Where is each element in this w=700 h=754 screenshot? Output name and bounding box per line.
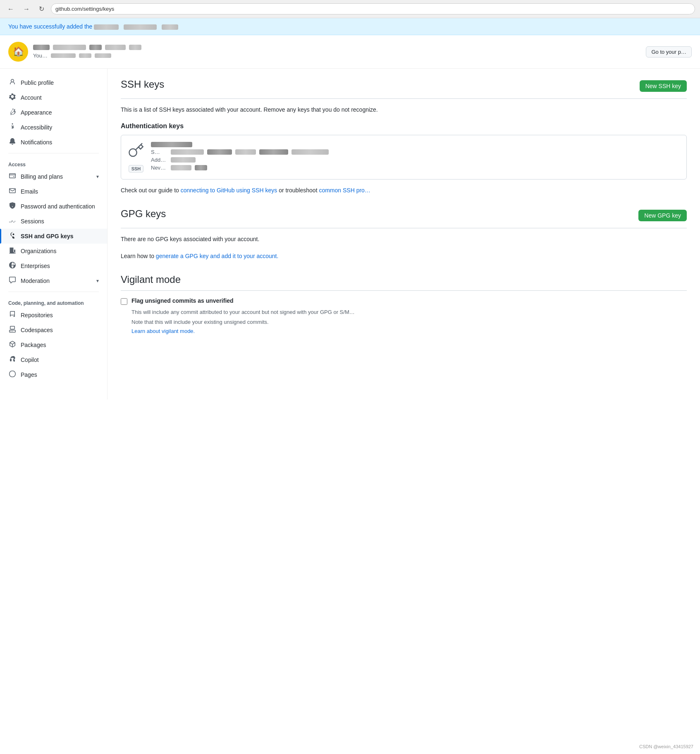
blurred-username-part4 [105,45,126,50]
blurred-sub2 [79,53,91,58]
sidebar-item-sessions[interactable]: Sessions [0,214,107,229]
sidebar-label-notifications: Notifications [21,139,99,146]
sidebar-label-enterprises: Enterprises [21,263,99,269]
sidebar-label-sessions: Sessions [21,218,99,225]
sidebar-item-codespaces[interactable]: Codespaces [0,323,107,338]
vigilant-learn-link[interactable]: Learn about vigilant mode. [131,328,195,334]
blurred-fp-part5 [291,149,329,155]
sidebar-item-organizations[interactable]: Organizations [0,244,107,259]
url-bar[interactable] [51,3,695,14]
key-added-row: Add… [151,157,680,163]
new-ssh-key-button[interactable]: New SSH key [640,80,687,92]
blurred-username-part5 [129,45,141,50]
refresh-button[interactable]: ↻ [36,4,47,14]
sidebar-label-repositories: Repositories [21,312,99,318]
sidebar-item-repositories[interactable]: Repositories [0,308,107,323]
blurred-username-part3 [89,45,102,50]
codespaces-icon [8,326,17,334]
main-content: SSH keys New SSH key This is a list of S… [108,69,700,400]
ssh-section-description: This is a list of SSH keys associated wi… [121,105,687,114]
sidebar-item-pages[interactable]: Pages [0,367,107,382]
blurred-sub1 [51,53,76,58]
new-gpg-key-button[interactable]: New GPG key [638,210,687,221]
gpg-keys-section: GPG keys New GPG key There are no GPG ke… [121,208,687,261]
user-sub-label: You… [33,53,48,59]
vigilant-checkbox-row: Flag unsigned commits as unverified [121,297,687,305]
blurred-key-extra [162,24,178,30]
generate-gpg-key-link[interactable]: generate a GPG key and add it to your ac… [156,253,279,259]
sidebar-label-copilot: Copilot [21,357,99,363]
key-never-row: Nev… [151,165,680,171]
connecting-guide-link[interactable]: connecting to GitHub using SSH keys [181,187,277,194]
signal-icon [8,217,17,225]
ssh-section-divider [121,98,687,99]
access-section-label: Access [0,157,107,169]
back-button[interactable]: ← [5,5,17,14]
sidebar-label-organizations: Organizations [21,248,99,254]
sidebar-item-password[interactable]: Password and authentication [0,199,107,214]
forward-button[interactable]: → [21,5,32,14]
sidebar-item-notifications[interactable]: Notifications [0,135,107,150]
sidebar-item-enterprises[interactable]: Enterprises [0,259,107,273]
sidebar-item-ssh-gpg[interactable]: SSH and GPG keys [0,229,107,244]
blurred-key-title [151,142,192,147]
vigilant-mode-title: Vigilant mode [121,274,687,285]
key-title-row [151,142,680,147]
sidebar-label-emails: Emails [21,188,99,195]
sidebar-label-password: Password and authentication [21,203,99,210]
sidebar-label-accessibility: Accessibility [21,124,99,131]
sidebar-item-accessibility[interactable]: Accessibility [0,120,107,135]
sidebar-item-copilot[interactable]: Copilot [0,352,107,367]
sidebar-item-emails[interactable]: Emails [0,184,107,199]
key-fingerprint-row: S… [151,149,680,155]
common-ssh-link[interactable]: common SSH pro… [319,187,370,194]
key-icon [8,232,17,240]
key-details: S… Add… Nev… [151,142,680,172]
shield-lock-icon [8,202,17,211]
pages-icon [8,371,17,379]
sidebar-item-account[interactable]: Account [0,90,107,105]
blurred-key-type [124,24,157,30]
sidebar-item-billing[interactable]: Billing and plans ▾ [0,169,107,184]
code-section-label: Code, planning, and automation [0,295,107,308]
chevron-down-icon: ▾ [96,174,99,180]
repo-icon [8,311,17,319]
sidebar-label-appearance: Appearance [21,109,99,116]
help-text-middle: or troubleshoot [279,187,319,194]
flag-unsigned-checkbox[interactable] [121,298,127,305]
key-large-icon [128,142,144,162]
accessibility-icon [8,123,17,132]
never-label: Nev… [151,165,167,171]
ssh-help-text: Check out our guide to connecting to Git… [121,186,687,195]
sidebar-item-public-profile[interactable]: Public profile [0,75,107,90]
sidebar-label-ssh-gpg: SSH and GPG keys [21,233,99,239]
gpg-no-keys-text: There are no GPG keys associated with yo… [121,235,687,244]
blurred-username-part1 [33,45,50,50]
report-icon [8,277,17,285]
sidebar-item-packages[interactable]: Packages [0,338,107,352]
sidebar-divider-code [8,292,99,292]
user-header: 🏠 You… Go to your p… [0,35,700,69]
bell-icon [8,138,17,146]
blurred-fp-part1 [171,149,204,155]
user-header-left: 🏠 You… [8,42,141,62]
ssh-keys-section: SSH keys New SSH key This is a list of S… [121,79,687,195]
blurred-fp-part2 [207,149,232,155]
sidebar-item-moderation[interactable]: Moderation ▾ [0,273,107,288]
sidebar-item-appearance[interactable]: Appearance [0,105,107,120]
gpg-section-divider [121,228,687,228]
sidebar-label-moderation: Moderation [21,278,92,284]
blurred-fp-part3 [235,149,256,155]
gpg-learn-prefix: Learn how to [121,253,156,259]
organization-icon [8,247,17,255]
person-icon [8,79,17,87]
avatar-icon: 🏠 [13,46,24,57]
vigilant-section-divider [121,290,687,291]
copilot-icon [8,356,17,364]
gpg-keys-title: GPG keys [121,208,166,220]
go-to-profile-button[interactable]: Go to your p… [646,46,692,57]
vigilant-desc-line1: This will include any commit attributed … [131,308,687,316]
blurred-sub3 [95,53,111,58]
fingerprint-label: S… [151,149,167,155]
key-icon-area: SSH [128,142,144,172]
